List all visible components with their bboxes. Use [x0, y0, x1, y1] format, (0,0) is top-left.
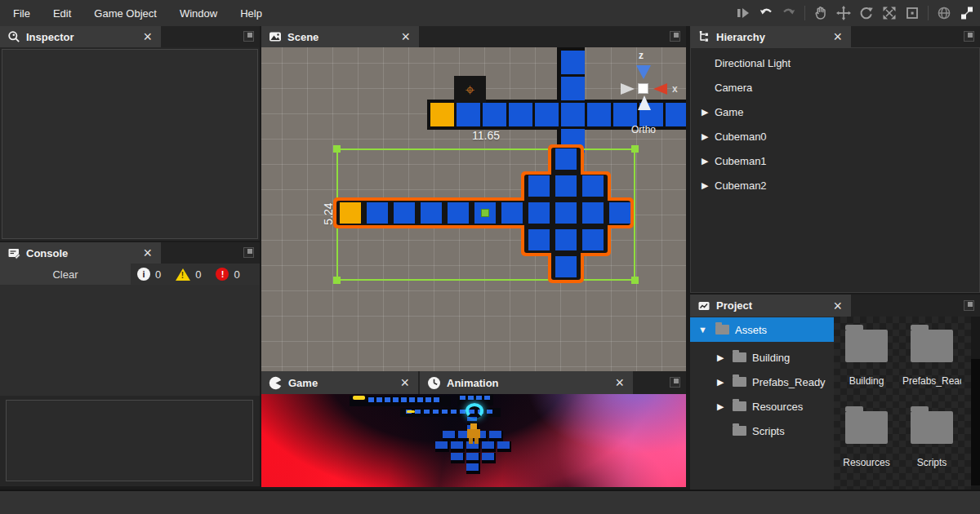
close-icon[interactable]: ×	[141, 246, 154, 260]
selected-cube[interactable]	[555, 175, 577, 197]
z-axis-cone[interactable]	[636, 65, 651, 79]
cube[interactable]	[561, 77, 585, 100]
hierarchy-item-camera[interactable]: ▶ Camera	[691, 76, 978, 99]
platform-cube-top[interactable]	[393, 397, 399, 402]
pivot-toggle-icon[interactable]	[957, 3, 977, 23]
platform-cube-top[interactable]	[417, 397, 423, 402]
cubeman-character[interactable]	[469, 438, 473, 444]
cube[interactable]	[561, 103, 585, 126]
selected-cube[interactable]	[555, 202, 577, 224]
pickup-marker[interactable]	[407, 410, 415, 413]
pivot-handle[interactable]	[481, 209, 489, 217]
hierarchy-item-cubeman2[interactable]: ▶ Cubeman2	[691, 174, 978, 197]
selected-cube[interactable]	[394, 202, 415, 224]
move-tool-icon[interactable]	[834, 3, 853, 23]
selection-handle[interactable]	[631, 145, 639, 153]
console-log-list[interactable]	[0, 285, 260, 396]
redo-icon[interactable]	[779, 3, 799, 23]
step-play-icon[interactable]	[733, 3, 753, 23]
tab-game[interactable]: Game ×	[261, 371, 418, 394]
selected-cube[interactable]	[421, 202, 442, 224]
cube[interactable]	[457, 103, 480, 126]
hierarchy-item-cubeman1[interactable]: ▶ Cubeman1	[691, 149, 978, 172]
selection-handle[interactable]	[333, 277, 341, 284]
tab-project[interactable]: Project ×	[690, 295, 851, 317]
asset-folder-prefabs-ready[interactable]: Prefabs_Read	[902, 330, 961, 387]
platform-cube-top[interactable]	[409, 397, 415, 402]
info-icon[interactable]: i	[137, 268, 150, 281]
menu-file[interactable]: File	[0, 0, 42, 26]
menu-game-object[interactable]: Game Object	[82, 0, 168, 26]
platform-cube[interactable]	[497, 441, 511, 452]
platform-cube[interactable]	[443, 431, 457, 441]
selected-cube[interactable]	[555, 256, 577, 277]
project-scrollbar-track[interactable]	[971, 317, 980, 490]
cubeman-character[interactable]	[467, 429, 480, 438]
selected-cube[interactable]	[555, 229, 577, 250]
cube[interactable]	[535, 103, 559, 126]
platform-cube-top[interactable]	[368, 397, 374, 402]
platform-cube[interactable]	[435, 441, 449, 452]
selected-cube[interactable]	[501, 202, 523, 224]
detach-icon[interactable]	[670, 377, 680, 388]
undo-icon[interactable]	[756, 3, 776, 23]
scale-tool-icon[interactable]	[880, 3, 899, 23]
tab-console[interactable]: Console ×	[0, 242, 161, 264]
detach-icon[interactable]	[243, 247, 254, 258]
hierarchy-item-cubeman0[interactable]: ▶ Cubeman0	[691, 125, 978, 148]
asset-folder-resources[interactable]: Resources	[837, 411, 896, 468]
selection-handle[interactable]	[333, 145, 341, 153]
platform-cube-top[interactable]	[433, 410, 439, 414]
menu-help[interactable]: Help	[229, 0, 274, 26]
tree-item-building[interactable]: ▶ Building	[690, 347, 834, 368]
platform-cube-top[interactable]	[451, 410, 457, 414]
placement-target[interactable]: ⌖	[454, 76, 486, 103]
close-icon[interactable]: ×	[399, 29, 412, 44]
expand-arrow-icon[interactable]: ▶	[702, 131, 708, 142]
hierarchy-item-directional-light[interactable]: ▶ Directional Light	[691, 51, 978, 74]
platform-cube-top[interactable]	[460, 396, 466, 400]
tree-item-scripts[interactable]: Scripts	[690, 420, 834, 441]
cube[interactable]	[613, 103, 637, 126]
platform-cube-top[interactable]	[385, 397, 390, 402]
menu-edit[interactable]: Edit	[42, 0, 82, 26]
tab-inspector[interactable]: Inspector ×	[0, 26, 161, 47]
cube[interactable]	[587, 103, 611, 126]
cube[interactable]	[561, 51, 585, 74]
menu-window[interactable]: Window	[168, 0, 229, 26]
platform-cube[interactable]	[482, 441, 496, 452]
expand-arrow-icon[interactable]: ▶	[717, 352, 724, 363]
expand-arrow-icon[interactable]: ▶	[702, 107, 708, 117]
portal-glow[interactable]	[466, 403, 483, 419]
neg-x-axis-cone[interactable]	[621, 83, 635, 95]
game-viewport[interactable]	[261, 394, 686, 487]
tab-scene[interactable]: Scene ×	[261, 26, 419, 47]
platform-cube[interactable]	[489, 431, 503, 441]
selected-cube[interactable]	[582, 229, 604, 250]
platform-cube[interactable]	[466, 453, 480, 463]
platform-cube[interactable]	[451, 453, 465, 463]
hierarchy-item-game[interactable]: ▶ Game	[691, 100, 978, 123]
expand-arrow-icon[interactable]: ▶	[717, 377, 724, 388]
asset-folder-building[interactable]: Building	[837, 330, 896, 387]
platform-cube-top[interactable]	[425, 397, 431, 402]
cube[interactable]	[483, 103, 506, 126]
platform-cube-top[interactable]	[487, 410, 492, 414]
gizmo-center[interactable]	[638, 83, 648, 94]
platform-cube-top[interactable]	[442, 410, 448, 414]
selected-cube[interactable]	[528, 229, 550, 250]
tab-animation[interactable]: Animation ×	[418, 371, 633, 394]
rect-tool-icon[interactable]	[902, 3, 922, 23]
scene-viewport[interactable]: 11.65 5.24 z x Ortho ⌖	[261, 47, 686, 371]
detach-icon[interactable]	[964, 300, 974, 311]
platform-cube[interactable]	[451, 441, 465, 452]
x-axis-cone[interactable]	[653, 83, 667, 95]
tree-item-resources[interactable]: ▶ Resources	[690, 396, 834, 417]
cubeman-character[interactable]	[470, 423, 477, 429]
detach-icon[interactable]	[243, 31, 254, 42]
globe-icon[interactable]	[934, 3, 954, 23]
platform-cube-top[interactable]	[376, 397, 382, 402]
platform-cube-top[interactable]	[434, 397, 439, 402]
close-icon[interactable]: ×	[399, 375, 411, 390]
selected-cube[interactable]	[528, 175, 550, 197]
